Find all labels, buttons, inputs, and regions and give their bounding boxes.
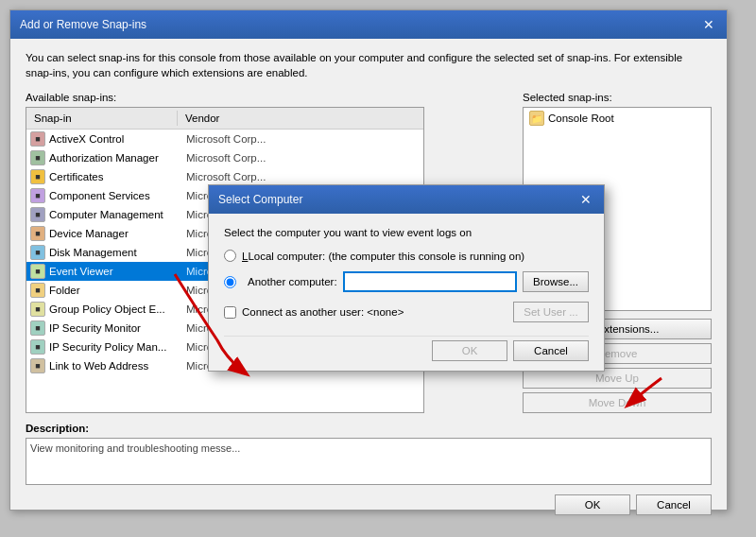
another-computer-row: Another computer: Browse... [224,271,589,292]
snap-in-name: Component Services [49,190,186,201]
snap-in-name: Certificates [49,171,186,182]
select-close-button[interactable]: ✕ [577,191,594,208]
select-computer-dialog: Select Computer ✕ Select the computer yo… [208,184,605,372]
another-computer-radio[interactable] [224,276,236,288]
column-vendor: Vendor [178,111,423,126]
browse-button[interactable]: Browse... [523,271,589,292]
description-label: Description: [26,423,712,434]
main-description: You can select snap-ins for this console… [26,50,712,80]
disk-icon: ■ [30,245,45,260]
connect-as-checkbox[interactable] [224,306,236,319]
local-computer-label: LLocal computer: (the computer this cons… [242,251,524,262]
snap-in-name: Link to Web Address [49,360,186,372]
snap-in-name: Event Viewer [49,266,186,277]
column-snap-in: Snap-in [26,111,178,126]
snap-in-name: ActiveX Control [49,133,186,145]
snap-in-item-authorizationmanager[interactable]: ■Authorization ManagerMicrosoft Corp... [26,148,423,167]
select-title-bar: Select Computer ✕ [209,185,604,214]
select-dialog-title: Select Computer [218,193,302,206]
connect-as-label: Connect as another user: <none> [242,306,404,318]
snap-in-name: Computer Management [49,209,186,220]
cert-icon: ■ [30,169,45,184]
folder-icon: ■ [30,283,45,298]
select-cancel-button[interactable]: Cancel [513,340,589,361]
list-header: Snap-in Vendor [26,108,423,130]
device-icon: ■ [30,226,45,241]
link-icon: ■ [30,358,45,373]
console-root-label: Console Root [548,113,614,124]
ip-icon: ■ [30,339,45,355]
connect-as-row: Connect as another user: <none> Set User… [224,302,589,322]
snap-in-name: Disk Management [49,247,186,258]
activex-icon: ■ [30,131,45,147]
move-down-button[interactable]: Move Down [523,392,712,413]
snap-in-item-activexcontrol[interactable]: ■ActiveX ControlMicrosoft Corp... [26,130,423,148]
snap-in-vendor: Microsoft Corp... [186,133,420,145]
select-ok-button[interactable]: OK [432,340,507,361]
computer-icon: ■ [30,207,45,222]
available-label: Available snap-ins: [26,92,424,103]
console-root-icon: 📁 [529,111,544,126]
event-icon: ■ [30,264,45,279]
selected-item-console-root[interactable]: 📁 Console Root [524,108,711,129]
description-area: Description: View monitoring and trouble… [26,423,712,485]
snap-in-name: Folder [49,285,186,296]
main-cancel-button[interactable]: Cancel [636,494,712,515]
main-title-bar: Add or Remove Snap-ins ✕ [10,10,727,39]
main-close-button[interactable]: ✕ [700,16,717,33]
snap-in-name: IP Security Monitor [49,322,186,334]
another-computer-label: Another computer: [248,276,337,287]
snap-in-name: Authorization Manager [49,152,186,164]
group-icon: ■ [30,302,45,317]
main-dialog-footer: OK Cancel [26,494,712,515]
select-dialog-footer: OK Cancel [224,336,589,361]
select-subtitle: Select the computer you want to view eve… [224,227,589,238]
local-computer-radio[interactable] [224,250,236,262]
description-box: View monitoring and troubleshooting mess… [26,438,712,485]
ip-icon: ■ [30,320,45,336]
main-ok-button[interactable]: OK [555,494,630,515]
snap-in-name: Group Policy Object E... [49,303,186,315]
snap-in-name: Device Manager [49,228,186,239]
snap-in-vendor: Microsoft Corp... [186,152,420,164]
auth-icon: ■ [30,150,45,165]
computer-name-input[interactable] [343,271,517,292]
component-icon: ■ [30,188,45,203]
snap-in-vendor: Microsoft Corp... [186,171,420,182]
main-dialog-title: Add or Remove Snap-ins [20,18,146,31]
local-computer-row: LLocal computer: (the computer this cons… [224,250,589,262]
selected-label: Selected snap-ins: [523,92,712,103]
set-user-button[interactable]: Set User ... [513,302,589,322]
select-content: Select the computer you want to view eve… [209,214,604,371]
snap-in-name: IP Security Policy Man... [49,341,186,353]
